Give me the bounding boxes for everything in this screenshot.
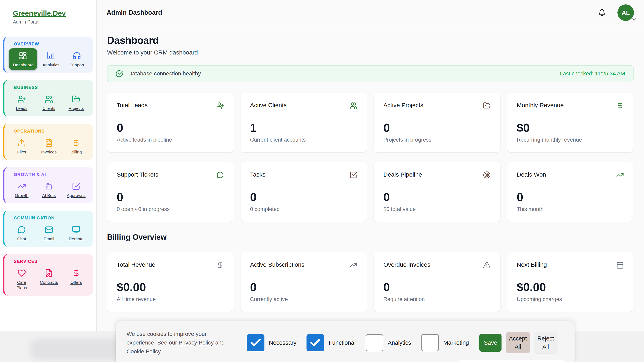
sidebar-item-remote[interactable]: Remote bbox=[62, 225, 90, 242]
sidebar-item-approvals[interactable]: Approvals bbox=[62, 182, 90, 198]
sidebar-item-label: Projects bbox=[68, 106, 84, 111]
sidebar-section-overview: OVERVIEWDashboardAnalyticsSupport bbox=[3, 37, 94, 73]
card-value: 1 bbox=[250, 122, 358, 134]
card-title: Deals Pipeline bbox=[384, 171, 422, 178]
bot-icon bbox=[45, 182, 53, 190]
sidebar-item-analytics[interactable]: Analytics bbox=[38, 51, 64, 67]
sidebar-item-clients[interactable]: Clients bbox=[35, 95, 62, 111]
sidebar-item-care-plans[interactable]: Care Plans bbox=[8, 269, 35, 290]
sidebar-item-label: Billing bbox=[70, 149, 82, 155]
card-icon bbox=[616, 171, 624, 179]
sidebar-section-label: BUSINESS bbox=[8, 85, 90, 90]
save-button[interactable]: Save bbox=[480, 334, 502, 352]
card-icon bbox=[216, 171, 224, 179]
sidebar-section-items: Care PlansContractsOffers bbox=[8, 269, 90, 290]
card-icon bbox=[350, 102, 357, 109]
check-icon bbox=[249, 337, 262, 349]
sidebar-item-dashboard[interactable]: Dashboard bbox=[9, 48, 37, 70]
card-value: 0 bbox=[250, 281, 358, 293]
sidebar-item-label: Invoices bbox=[41, 149, 56, 155]
message-circle-icon bbox=[216, 171, 224, 179]
card-icon bbox=[616, 261, 624, 269]
sidebar-item-label: Leads bbox=[16, 106, 27, 111]
stat-card-support-tickets: Support Tickets 0 0 open • 0 in progress bbox=[107, 162, 234, 222]
card-icon bbox=[350, 261, 357, 269]
trending-up-icon bbox=[18, 182, 26, 190]
stats-row-2: Support Tickets 0 0 open • 0 in progress… bbox=[107, 162, 634, 222]
sidebar-item-ai-bots[interactable]: AI Bots bbox=[35, 182, 62, 198]
sidebar-section-label: COMMUNICATION bbox=[8, 215, 90, 221]
stat-card-total-revenue: Total Revenue $0.00 All time revenue bbox=[107, 252, 234, 312]
sidebar-section-operations: OPERATIONSFilesInvoicesBilling bbox=[3, 124, 94, 160]
sidebar-section-services: SERVICESCare PlansContractsOffers bbox=[3, 254, 94, 296]
stat-card-active-subscriptions: Active Subscriptions 0 Currently active bbox=[240, 252, 367, 312]
card-title: Active Clients bbox=[250, 102, 287, 109]
cookie-option-necessary: Necessary bbox=[247, 334, 296, 351]
sidebar-item-label: Analytics bbox=[42, 62, 59, 67]
sidebar-section-items: LeadsClientsProjects bbox=[8, 95, 90, 111]
sidebar-item-files[interactable]: Files bbox=[8, 139, 35, 155]
card-value: 0 bbox=[384, 191, 491, 203]
card-title: Next Billing bbox=[517, 261, 547, 268]
card-icon bbox=[350, 171, 357, 179]
sidebar-item-growth[interactable]: Growth bbox=[8, 182, 35, 198]
chevron-down-icon bbox=[631, 16, 637, 22]
card-subtitle: 0 open • 0 in progress bbox=[117, 206, 224, 212]
partial-card-bottom-right bbox=[459, 360, 564, 362]
sidebar-section-label: OPERATIONS bbox=[8, 128, 90, 134]
stat-card-deals-won: Deals Won 0 This month bbox=[507, 162, 634, 222]
billing-heading: Billing Overview bbox=[107, 233, 634, 242]
chevron-down-icon bbox=[631, 16, 637, 22]
sidebar-item-invoices[interactable]: Invoices bbox=[35, 139, 62, 155]
sidebar-item-billing[interactable]: Billing bbox=[62, 139, 90, 155]
circle-check-icon bbox=[116, 70, 123, 77]
square-check-icon bbox=[72, 182, 80, 190]
card-title: Tasks bbox=[250, 171, 266, 178]
checkbox-analytics[interactable] bbox=[366, 334, 384, 351]
card-subtitle: Upcoming charges bbox=[517, 296, 624, 303]
page-subtitle: Welcome to your CRM dashboard bbox=[107, 49, 634, 56]
accept-all-button[interactable]: Accept All bbox=[506, 332, 530, 353]
sidebar-item-email[interactable]: Email bbox=[35, 225, 62, 242]
privacy-policy-link[interactable]: Privacy Policy bbox=[178, 340, 214, 346]
reject-all-button[interactable]: Reject All bbox=[534, 332, 557, 353]
topbar: Admin Dashboard AL bbox=[96, 0, 644, 25]
main-content: Dashboard Welcome to your CRM dashboard … bbox=[96, 25, 644, 362]
sidebar-item-support[interactable]: Support bbox=[64, 51, 90, 67]
user-plus-icon bbox=[18, 95, 26, 103]
card-value: $0 bbox=[517, 122, 624, 134]
cookie-policy-link[interactable]: Cookie Policy bbox=[126, 348, 160, 355]
card-subtitle: Current client accounts bbox=[250, 137, 358, 143]
dollar-sign-icon bbox=[616, 102, 624, 109]
user-avatar[interactable]: AL bbox=[618, 4, 634, 21]
checkbox-necessary[interactable] bbox=[247, 334, 264, 351]
card-value: 0 bbox=[117, 122, 224, 134]
cookie-message-text: and bbox=[214, 340, 225, 346]
checkbox-marketing[interactable] bbox=[421, 334, 439, 351]
sidebar-item-label: Clients bbox=[42, 106, 55, 111]
card-icon bbox=[483, 261, 491, 269]
file-text-icon bbox=[45, 139, 53, 147]
bell-icon bbox=[598, 9, 606, 16]
stat-card-tasks: Tasks 0 0 completed bbox=[240, 162, 367, 222]
sidebar-item-chat[interactable]: Chat bbox=[8, 225, 35, 242]
sidebar-item-label: Offers bbox=[70, 280, 82, 285]
layout-dashboard-icon bbox=[19, 51, 27, 60]
card-value: 0 bbox=[117, 191, 224, 203]
sidebar-item-contracts[interactable]: Contracts bbox=[35, 269, 62, 290]
sidebar-item-leads[interactable]: Leads bbox=[8, 95, 35, 111]
card-title: Active Subscriptions bbox=[250, 261, 304, 268]
chart-column-icon bbox=[47, 51, 55, 60]
brand-link[interactable]: Greeneville.Dev bbox=[13, 9, 66, 17]
sidebar-item-label: Care Plans bbox=[12, 280, 32, 290]
cookie-option-analytics: Analytics bbox=[366, 334, 411, 351]
target-icon bbox=[483, 171, 491, 179]
card-subtitle: 0 completed bbox=[250, 206, 358, 212]
sidebar-section-communication: COMMUNICATIONChatEmailRemote bbox=[3, 211, 94, 247]
monitor-icon bbox=[72, 225, 80, 234]
checkbox-functional[interactable] bbox=[306, 334, 324, 351]
notifications-button[interactable] bbox=[598, 9, 606, 16]
sidebar-item-projects[interactable]: Projects bbox=[62, 95, 90, 111]
sidebar-item-offers[interactable]: Offers bbox=[62, 269, 90, 290]
card-icon bbox=[216, 102, 224, 109]
